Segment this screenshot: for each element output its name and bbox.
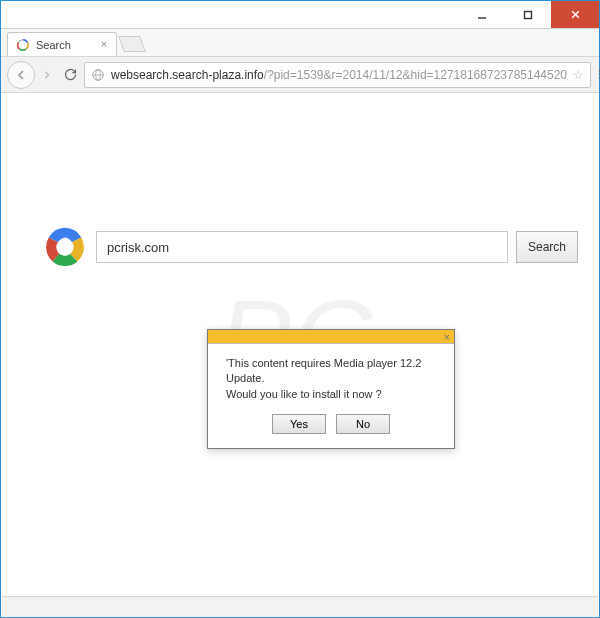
close-icon: [570, 9, 581, 20]
maximize-icon: [523, 10, 533, 20]
bookmark-star-icon[interactable]: ☆: [573, 68, 584, 82]
url-path: /?pid=1539&r=2014/11/12&hid=127181687237…: [264, 68, 567, 82]
window-titlebar: [1, 1, 599, 29]
window-minimize-button[interactable]: [459, 1, 505, 28]
tab-close-button[interactable]: ×: [98, 38, 110, 50]
popup-yes-button[interactable]: Yes: [272, 414, 326, 434]
nav-back-button[interactable]: [7, 61, 35, 89]
arrow-left-icon: [15, 69, 27, 81]
popup-body: 'This content requires Media player 12.2…: [208, 344, 454, 408]
browser-tab[interactable]: Search ×: [7, 32, 117, 56]
popup-message-line1: 'This content requires Media player 12.2…: [226, 356, 440, 387]
popup-header: ×: [208, 330, 454, 344]
window-controls: [459, 1, 599, 28]
window-maximize-button[interactable]: [505, 1, 551, 28]
reload-icon: [63, 67, 78, 82]
address-toolbar: websearch.search-plaza.info/?pid=1539&r=…: [1, 57, 599, 93]
new-tab-button[interactable]: [118, 36, 146, 52]
nav-arrows: [7, 61, 57, 89]
update-popup: × 'This content requires Media player 12…: [207, 329, 455, 449]
arrow-right-icon: [42, 70, 52, 80]
search-logo-icon: [42, 224, 88, 270]
page-viewport: PC risk.com Search × 'This content requi…: [2, 94, 598, 595]
status-bar: [2, 596, 598, 617]
browser-window: Search × websearch.search-plaza.info/?pi…: [0, 0, 600, 618]
globe-icon: [91, 68, 105, 82]
tab-title: Search: [36, 39, 71, 51]
nav-forward-button[interactable]: [37, 65, 57, 85]
popup-message-line2: Would you like to install it now ?: [226, 387, 440, 402]
reload-button[interactable]: [63, 64, 78, 86]
popup-actions: Yes No: [208, 408, 454, 448]
minimize-icon: [477, 10, 487, 20]
popup-close-button[interactable]: ×: [444, 330, 450, 344]
titlebar-spacer: [1, 1, 459, 28]
url-text: websearch.search-plaza.info/?pid=1539&r=…: [111, 68, 567, 82]
window-close-button[interactable]: [551, 1, 599, 28]
popup-no-button[interactable]: No: [336, 414, 390, 434]
search-input[interactable]: [96, 231, 508, 263]
svg-rect-1: [525, 11, 532, 18]
search-area: Search: [42, 224, 578, 270]
tab-strip: Search ×: [1, 29, 599, 57]
url-host: websearch.search-plaza.info: [111, 68, 264, 82]
search-button[interactable]: Search: [516, 231, 578, 263]
address-bar[interactable]: websearch.search-plaza.info/?pid=1539&r=…: [84, 62, 591, 88]
svg-point-12: [56, 238, 73, 255]
tab-favicon-icon: [16, 38, 30, 52]
